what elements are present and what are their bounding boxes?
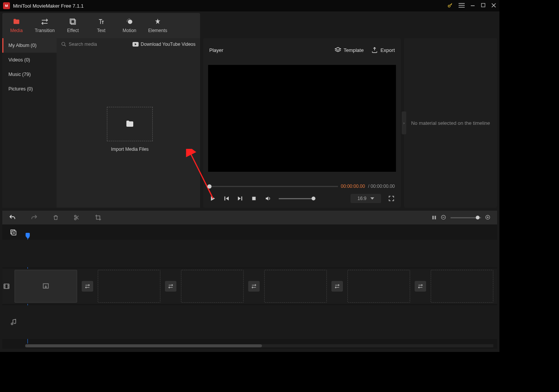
export-icon <box>371 47 378 53</box>
timeline-clip-empty[interactable] <box>431 270 493 303</box>
tab-text[interactable]: Text <box>87 13 115 38</box>
timeline-clip-empty[interactable] <box>181 270 244 303</box>
crop-button[interactable] <box>95 214 102 221</box>
hamburger-icon[interactable] <box>459 3 465 9</box>
timeline-clip-empty[interactable] <box>264 270 327 303</box>
titlebar: M MiniTool MovieMaker Free 7.1.1 <box>0 0 499 11</box>
undo-button[interactable] <box>8 214 16 221</box>
download-youtube-button[interactable]: Download YouTube Videos <box>132 42 195 47</box>
template-button[interactable]: Template <box>334 47 364 53</box>
svg-point-10 <box>128 19 132 24</box>
sidebar-item-pictures[interactable]: Pictures (0) <box>2 82 57 96</box>
volume-slider[interactable] <box>279 198 315 199</box>
transition-slot[interactable] <box>415 281 426 292</box>
video-preview <box>208 65 396 172</box>
svg-marker-17 <box>335 47 341 50</box>
svg-rect-23 <box>252 197 256 200</box>
prev-frame-button[interactable] <box>223 195 230 202</box>
svg-rect-30 <box>435 216 436 219</box>
transition-slot[interactable] <box>82 281 93 292</box>
aspect-ratio-select[interactable]: 16:9 <box>351 194 381 203</box>
tab-transition-label: Transition <box>35 28 55 33</box>
minimize-button[interactable] <box>470 3 475 9</box>
layers-icon <box>334 47 341 53</box>
seek-slider[interactable] <box>209 186 338 187</box>
svg-rect-19 <box>225 197 225 201</box>
next-frame-button[interactable] <box>237 195 244 202</box>
app-logo: M <box>3 2 10 9</box>
player-title: Player <box>209 47 223 53</box>
key-icon[interactable] <box>447 2 453 10</box>
svg-rect-29 <box>432 216 434 219</box>
delete-button[interactable] <box>53 214 59 221</box>
timeline-clip-empty[interactable] <box>347 270 410 303</box>
tab-media[interactable]: Media <box>2 13 31 38</box>
svg-rect-22 <box>241 197 242 201</box>
fullscreen-button[interactable] <box>388 195 395 202</box>
player-panel: Player Template Export 00:00:00.00 / 00:… <box>203 38 401 208</box>
timeline-scrollbar[interactable] <box>25 344 493 347</box>
svg-line-12 <box>65 45 66 47</box>
time-total: 00:00:00.00 <box>371 184 395 189</box>
svg-marker-24 <box>370 197 374 200</box>
tab-effect[interactable]: Effect <box>59 13 87 38</box>
media-panel: My Album (0) Videos (0) Music (79) Pictu… <box>2 38 200 208</box>
close-button[interactable] <box>491 3 496 9</box>
sidebar-item-videos[interactable]: Videos (0) <box>2 53 57 67</box>
svg-marker-20 <box>226 197 229 201</box>
zoom-in-button[interactable] <box>485 215 491 221</box>
folder-icon <box>124 119 135 129</box>
no-selection-message: No material selected on the timeline <box>411 120 490 126</box>
sidebar-item-music[interactable]: Music (79) <box>2 67 57 82</box>
tab-elements[interactable]: Elements <box>144 13 172 38</box>
tab-elements-label: Elements <box>148 28 167 33</box>
chevron-down-icon <box>370 197 374 200</box>
import-media-dropzone[interactable] <box>107 107 153 141</box>
zoom-out-button[interactable] <box>441 215 447 221</box>
svg-line-16 <box>190 153 213 198</box>
sidebar-item-myalbum[interactable]: My Album (0) <box>2 38 57 53</box>
timeline-track-spacer <box>2 240 497 267</box>
annotation-arrow <box>185 149 215 202</box>
search-input[interactable] <box>69 42 130 47</box>
redo-button[interactable] <box>31 214 38 221</box>
volume-icon[interactable] <box>264 195 272 202</box>
add-track-button[interactable] <box>10 229 17 237</box>
audio-track-icon <box>2 318 25 326</box>
media-content: Download YouTube Videos Import Media Fil… <box>57 38 200 208</box>
split-button[interactable] <box>73 214 80 221</box>
video-track-icon <box>2 283 11 290</box>
zoom-slider[interactable] <box>451 217 481 218</box>
svg-rect-40 <box>4 284 9 289</box>
tab-motion-label: Motion <box>123 28 136 33</box>
timeline-track-audio <box>2 305 497 339</box>
tab-transition[interactable]: Transition <box>31 13 59 38</box>
stop-button[interactable] <box>250 195 257 202</box>
time-current: 00:00:00.00 <box>341 184 365 189</box>
timeline-clip-placeholder[interactable] <box>15 270 77 303</box>
panel-collapse-handle[interactable]: › <box>402 111 406 134</box>
tab-effect-label: Effect <box>67 28 79 33</box>
tab-motion[interactable]: Motion <box>115 13 144 38</box>
timeline-track-video <box>2 269 497 304</box>
timeline <box>2 224 497 349</box>
tab-media-label: Media <box>10 28 23 33</box>
export-button[interactable]: Export <box>371 47 395 53</box>
import-media-label: Import Media Files <box>107 147 153 152</box>
tab-text-label: Text <box>97 28 105 33</box>
timeline-toolbar <box>2 211 497 224</box>
search-icon <box>61 42 66 47</box>
svg-point-11 <box>62 42 65 45</box>
app-title: MiniTool MovieMaker Free 7.1.1 <box>13 3 447 9</box>
svg-marker-21 <box>238 197 241 201</box>
media-sidebar: My Album (0) Videos (0) Music (79) Pictu… <box>2 38 57 208</box>
transition-slot[interactable] <box>248 281 260 292</box>
svg-rect-5 <box>481 3 485 7</box>
properties-panel: › No material selected on the timeline <box>404 38 497 208</box>
fit-timeline-icon[interactable] <box>431 214 437 221</box>
maximize-button[interactable] <box>481 3 486 9</box>
timeline-clip-empty[interactable] <box>98 270 160 303</box>
transition-slot[interactable] <box>331 281 343 292</box>
top-tabs: Media Transition Effect Text Motion Elem… <box>2 13 200 38</box>
transition-slot[interactable] <box>165 281 176 292</box>
